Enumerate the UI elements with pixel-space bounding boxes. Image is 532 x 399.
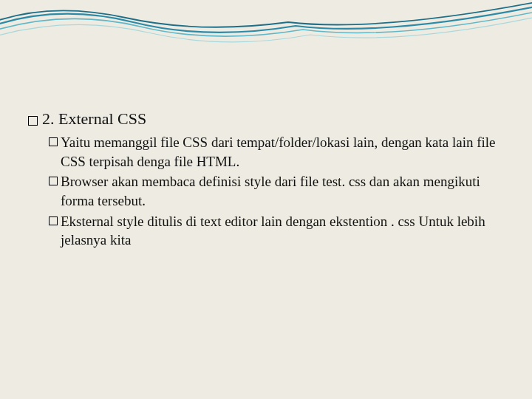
slide-content: 2. External CSS Yaitu memanggil file CSS… xyxy=(28,109,504,251)
slide-heading: 2. External CSS xyxy=(42,109,146,129)
list-item: Browser akan membaca definisi style dari… xyxy=(49,172,504,210)
heading-row: 2. External CSS xyxy=(28,109,504,129)
list-item-text: Eksternal style ditulis di text editor l… xyxy=(61,212,504,250)
bullet-square-icon xyxy=(28,116,38,126)
bullet-square-icon xyxy=(49,177,58,185)
list-item-text: Browser akan membaca definisi style dari… xyxy=(61,172,504,210)
list-item-text: Yaitu memanggil file CSS dari tempat/fol… xyxy=(61,133,504,171)
sub-list: Yaitu memanggil file CSS dari tempat/fol… xyxy=(49,133,504,250)
list-item: Eksternal style ditulis di text editor l… xyxy=(49,212,504,250)
list-item: Yaitu memanggil file CSS dari tempat/fol… xyxy=(49,133,504,171)
wave-decoration xyxy=(0,0,532,66)
bullet-square-icon xyxy=(49,216,58,225)
bullet-square-icon xyxy=(49,137,58,146)
